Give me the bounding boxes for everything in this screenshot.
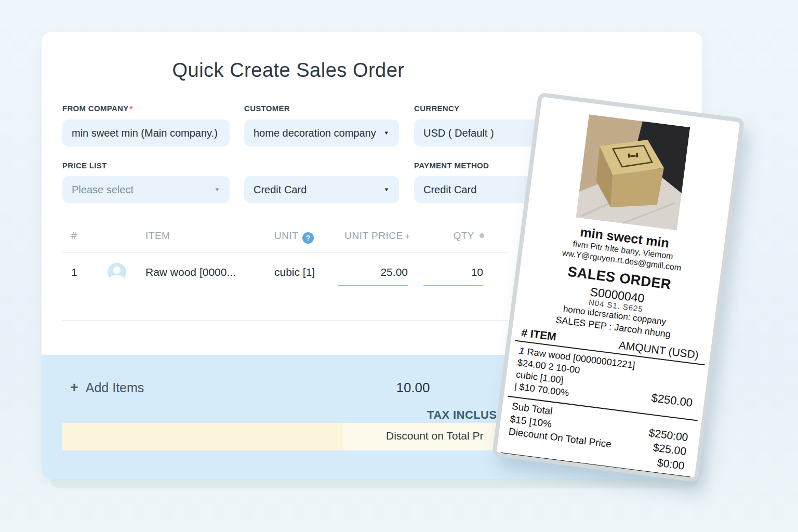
payment-method-label: PAYMENT METHOD <box>414 161 489 170</box>
price-list-placeholder: Please select <box>72 184 134 196</box>
currency-value: USD ( Default ) <box>423 127 494 139</box>
currency-select[interactable]: USD ( Default ) <box>414 119 547 147</box>
item-thumbnail-icon[interactable] <box>108 263 126 282</box>
receipt-col-item: # ITEM <box>521 326 557 343</box>
table-header-divider <box>62 252 508 253</box>
page-title: Quick Create Sales Order <box>42 59 535 82</box>
col-header-num: # <box>71 230 77 242</box>
row-qty-input[interactable]: 10 <box>423 266 483 278</box>
from-company-label: FROM COMPANY* <box>62 104 133 113</box>
receipt-item-lines: 1Raw wood [00000001221] $24.00 2 10-00 c… <box>514 345 636 407</box>
receipt-item-amount: $250.00 <box>650 391 693 410</box>
customer-label: CUSTOMER <box>244 104 290 113</box>
from-company-field[interactable]: min sweet min (Main company.) <box>62 119 230 147</box>
chevron-down-icon: ▼ <box>383 130 390 136</box>
sort-plus-icon: + <box>405 231 410 241</box>
add-items-button[interactable]: + Add Items <box>70 380 144 396</box>
shipping-method-select[interactable]: Credit Card ▼ <box>244 176 399 203</box>
add-items-label: Add Items <box>86 380 144 395</box>
customer-select[interactable]: home decoration company ▼ <box>244 119 399 147</box>
receipt-totals-labels: Sub Total $15 [10% Diecount On Total Pri… <box>506 400 615 463</box>
unit-header-text: UNIT <box>274 230 298 241</box>
quantity-total: 10.00 <box>382 380 444 396</box>
from-company-label-text: FROM COMPANY <box>62 104 128 113</box>
row-unit-price-input[interactable]: 25.00 <box>338 266 408 278</box>
svg-text:▮▬▮: ▮▬▮ <box>628 152 639 158</box>
currency-label: CURRENCY <box>414 104 459 113</box>
chevron-down-icon: ▼ <box>383 187 390 192</box>
col-header-item: ITEM <box>145 230 170 242</box>
discount-highlight-bar <box>62 423 343 450</box>
receipt-totals-values: $250:00 $25.00 $0:00 <box>644 425 689 473</box>
row-unit[interactable]: cubic [1] <box>274 266 315 278</box>
from-company-value: min sweet min (Main company.) <box>72 127 218 139</box>
receipt-item-num: 1 <box>518 345 525 356</box>
row-item-name[interactable]: Raw wood [0000... <box>145 266 236 278</box>
tax-inclusive-label: TAX INCLUS <box>427 408 497 422</box>
qty-dot-icon <box>480 233 484 238</box>
table-row-divider <box>62 320 508 321</box>
qty-underline <box>423 285 483 286</box>
row-num: 1 <box>71 266 77 278</box>
col-header-unit-price[interactable]: UNIT PRICE+ <box>332 230 410 242</box>
product-photo: ▮▬▮ <box>576 114 690 230</box>
chevron-down-icon: ▼ <box>214 187 220 192</box>
col-header-qty: QTY <box>426 230 484 242</box>
price-list-label: PRICE LIST <box>62 161 107 170</box>
help-question-icon[interactable]: ? <box>302 232 314 244</box>
customer-value: home decoration company <box>254 127 376 139</box>
discount-on-total-label: Discount on Total Pr <box>386 430 484 442</box>
price-list-select[interactable]: Please select ▼ <box>62 176 230 203</box>
plus-icon: + <box>70 380 78 396</box>
qty-header-text: QTY <box>453 230 474 241</box>
unit-price-underline <box>338 285 408 286</box>
col-header-unit: UNIT? <box>274 230 314 244</box>
unit-price-header-text: UNIT PRICE <box>344 230 403 241</box>
required-asterisk: * <box>129 104 132 113</box>
shipping-method-value: Credit Card <box>254 184 307 196</box>
payment-method-value: Credit Card <box>423 184 476 196</box>
